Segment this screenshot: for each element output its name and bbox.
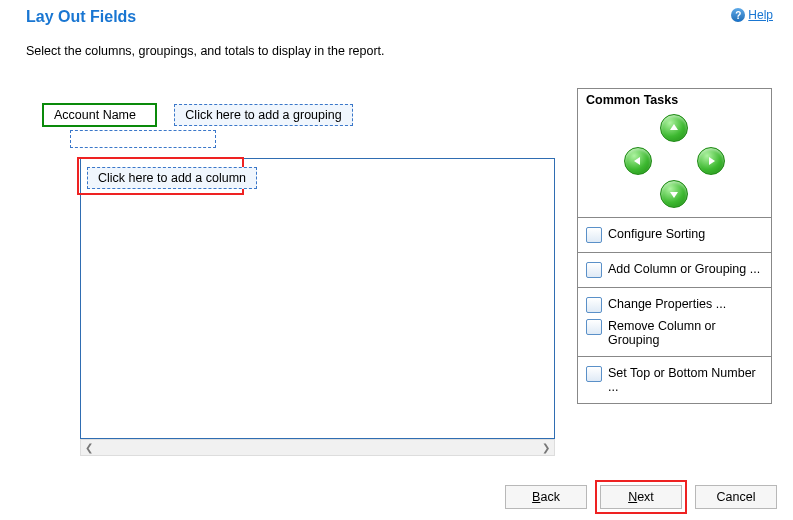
move-up-button[interactable] xyxy=(660,114,688,142)
wizard-footer: Back Next Cancel xyxy=(505,480,777,514)
report-canvas[interactable]: Click here to add a column xyxy=(80,158,555,439)
back-button[interactable]: Back xyxy=(505,485,587,509)
add-grouping-placeholder[interactable]: Click here to add a grouping xyxy=(174,104,352,126)
remove-column-grouping-button[interactable]: Remove Column or Grouping xyxy=(586,316,763,350)
move-down-button[interactable] xyxy=(660,180,688,208)
next-rest: ext xyxy=(637,490,654,504)
highlight-next: Next xyxy=(595,480,687,514)
arrow-right-icon xyxy=(705,155,717,167)
set-top-bottom-label: Set Top or Bottom Number ... xyxy=(608,366,763,394)
add-column-placeholder[interactable]: Click here to add a column xyxy=(87,167,257,189)
sort-icon xyxy=(586,227,602,243)
field-account-name[interactable]: Account Name xyxy=(42,103,157,127)
next-button[interactable]: Next xyxy=(600,485,682,509)
set-top-bottom-button[interactable]: Set Top or Bottom Number ... xyxy=(586,363,763,397)
scroll-right-icon[interactable]: ❯ xyxy=(542,442,550,453)
empty-grouping-slot[interactable] xyxy=(70,130,216,148)
add-column-grouping-label: Add Column or Grouping ... xyxy=(608,262,760,276)
page-title: Lay Out Fields xyxy=(26,8,136,26)
scroll-left-icon[interactable]: ❮ xyxy=(85,442,93,453)
configure-sorting-button[interactable]: Configure Sorting xyxy=(586,224,763,246)
change-properties-label: Change Properties ... xyxy=(608,297,726,311)
arrow-left-icon xyxy=(632,155,644,167)
remove-icon xyxy=(586,319,602,335)
add-column-grouping-button[interactable]: Add Column or Grouping ... xyxy=(586,259,763,281)
move-left-button[interactable] xyxy=(624,147,652,175)
configure-sorting-label: Configure Sorting xyxy=(608,227,705,241)
horizontal-scrollbar[interactable]: ❮ ❯ xyxy=(80,439,555,456)
help-link[interactable]: ? Help xyxy=(731,8,773,22)
properties-icon xyxy=(586,297,602,313)
help-icon: ? xyxy=(731,8,745,22)
back-rest: ack xyxy=(540,490,559,504)
arrow-up-icon xyxy=(668,122,680,134)
change-properties-button[interactable]: Change Properties ... xyxy=(586,294,763,316)
help-label: Help xyxy=(748,8,773,22)
move-right-button[interactable] xyxy=(697,147,725,175)
cancel-button[interactable]: Cancel xyxy=(695,485,777,509)
topn-icon xyxy=(586,366,602,382)
arrow-down-icon xyxy=(668,188,680,200)
instructions-text: Select the columns, groupings, and total… xyxy=(0,26,793,68)
layout-area: Account Name Click here to add a groupin… xyxy=(42,94,553,456)
common-tasks-title: Common Tasks xyxy=(578,89,771,111)
remove-column-grouping-label: Remove Column or Grouping xyxy=(608,319,763,347)
common-tasks-panel: Common Tasks Configure Sorting Add Colum… xyxy=(577,88,772,404)
add-icon xyxy=(586,262,602,278)
